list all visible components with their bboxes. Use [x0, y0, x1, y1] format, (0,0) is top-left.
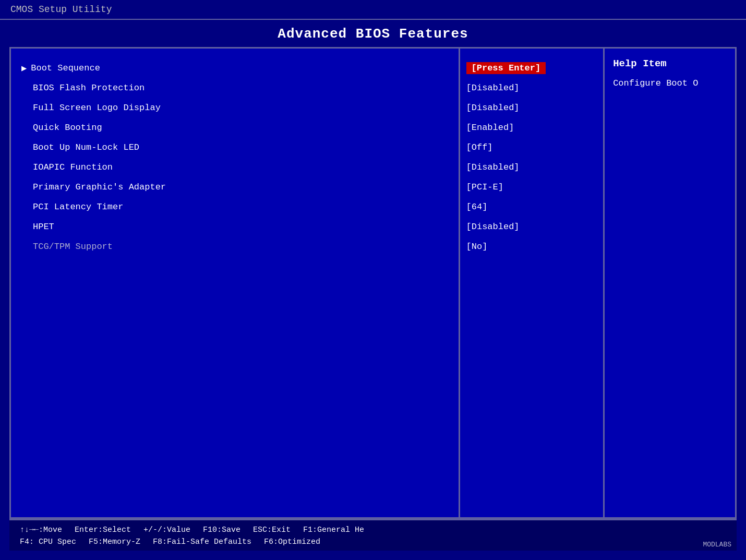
value-row[interactable]: [Disabled]: [460, 217, 604, 236]
value-text: [64]: [466, 202, 488, 212]
nav-row-1: ↑↓→←:MoveEnter:Select+/-/:ValueF10:SaveE…: [20, 526, 726, 534]
watermark: MODLABS: [703, 541, 731, 549]
value-row[interactable]: [Off]: [460, 137, 604, 157]
help-title: Help Item: [613, 58, 727, 69]
row-label: Full Screen Logo Display: [33, 103, 161, 113]
settings-row[interactable]: Boot Up Num-Lock LED: [11, 137, 459, 157]
values-panel: [Press Enter][Disabled][Disabled][Enable…: [460, 49, 605, 517]
row-label: Primary Graphic's Adapter: [33, 182, 166, 192]
value-text: [Enabled]: [466, 123, 514, 133]
value-text: [No]: [466, 242, 488, 252]
nav-item: Enter:Select: [75, 526, 131, 534]
row-label: PCI Latency Timer: [33, 202, 123, 212]
nav-item: F4: CPU Spec: [20, 538, 76, 546]
help-text: Configure Boot O: [613, 77, 727, 90]
main-content: ▶Boot SequenceBIOS Flash ProtectionFull …: [9, 47, 737, 519]
value-row[interactable]: [Disabled]: [460, 78, 604, 98]
nav-item: F10:Save: [203, 526, 240, 534]
value-text: [PCI-E]: [466, 182, 503, 192]
nav-item: F1:General He: [303, 526, 364, 534]
settings-row[interactable]: HPET: [11, 217, 459, 236]
value-text: [Disabled]: [466, 162, 520, 172]
settings-row[interactable]: Full Screen Logo Display: [11, 98, 459, 117]
value-row[interactable]: [Press Enter]: [460, 58, 604, 78]
value-row[interactable]: [PCI-E]: [460, 177, 604, 197]
top-bar-text: CMOS Setup Utility: [10, 4, 112, 15]
settings-row[interactable]: PCI Latency Timer: [11, 197, 459, 217]
nav-item: F8:Fail-Safe Defaults: [153, 538, 251, 546]
nav-item: ↑↓→←:Move: [20, 526, 62, 534]
value-text: [Disabled]: [466, 103, 520, 113]
settings-row[interactable]: IOAPIC Function: [11, 157, 459, 177]
value-row[interactable]: [Enabled]: [460, 117, 604, 137]
nav-item: F6:Optimized: [264, 538, 320, 546]
help-panel: Help Item Configure Boot O: [605, 49, 735, 517]
bios-screen: CMOS Setup Utility Advanced BIOS Feature…: [0, 0, 746, 560]
settings-row[interactable]: BIOS Flash Protection: [11, 78, 459, 98]
value-row[interactable]: [64]: [460, 197, 604, 217]
page-title: Advanced BIOS Features: [0, 26, 746, 42]
nav-row-2: F4: CPU SpecF5:Memory-ZF8:Fail-Safe Defa…: [20, 538, 726, 546]
nav-item: ESC:Exit: [253, 526, 291, 534]
value-text: [Disabled]: [466, 83, 520, 93]
settings-panel: ▶Boot SequenceBIOS Flash ProtectionFull …: [11, 49, 460, 517]
row-label: BIOS Flash Protection: [33, 83, 145, 93]
value-text: [Off]: [466, 142, 493, 152]
row-arrow-icon: ▶: [21, 63, 27, 74]
settings-row[interactable]: Quick Booting: [11, 117, 459, 137]
row-label: HPET: [33, 222, 54, 232]
settings-row[interactable]: ▶Boot Sequence: [11, 58, 459, 78]
nav-item: +/-/:Value: [143, 526, 190, 534]
value-row[interactable]: [Disabled]: [460, 98, 604, 117]
value-text: [Press Enter]: [466, 62, 546, 74]
row-label: Boot Sequence: [31, 63, 100, 73]
row-label: TCG/TPM Support: [33, 242, 113, 252]
settings-row[interactable]: TCG/TPM Support: [11, 236, 459, 256]
value-row[interactable]: [Disabled]: [460, 157, 604, 177]
value-row[interactable]: [No]: [460, 236, 604, 256]
title-bar: Advanced BIOS Features: [0, 20, 746, 47]
row-label: Quick Booting: [33, 123, 102, 133]
settings-row[interactable]: Primary Graphic's Adapter: [11, 177, 459, 197]
bottom-bar: ↑↓→←:MoveEnter:Select+/-/:ValueF10:SaveE…: [9, 519, 737, 551]
row-label: Boot Up Num-Lock LED: [33, 142, 139, 152]
nav-item: F5:Memory-Z: [89, 538, 140, 546]
row-label: IOAPIC Function: [33, 162, 113, 172]
top-bar: CMOS Setup Utility: [0, 0, 746, 20]
value-text: [Disabled]: [466, 222, 520, 232]
